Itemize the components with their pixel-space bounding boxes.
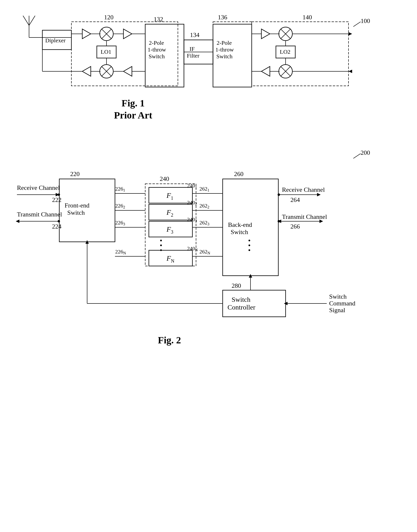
svg-text:140: 140 [302, 14, 312, 21]
svg-text:Transmit Channel: Transmit Channel [17, 211, 62, 218]
svg-text:Prior Art: Prior Art [114, 110, 153, 121]
svg-text:2262: 2262 [115, 203, 125, 209]
svg-text:132: 132 [154, 16, 163, 23]
svg-marker-13 [82, 29, 91, 39]
svg-text:Switch: Switch [67, 209, 85, 216]
svg-marker-32 [124, 67, 132, 76]
svg-marker-67 [348, 32, 352, 36]
svg-text:2263: 2263 [115, 220, 125, 226]
svg-text:Front-end: Front-end [65, 202, 90, 209]
svg-text:F: F [166, 225, 171, 233]
svg-text:1-throw: 1-throw [215, 46, 234, 53]
svg-text:3: 3 [171, 229, 173, 235]
svg-marker-19 [124, 29, 132, 39]
svg-text:Receive Channel: Receive Channel [17, 184, 60, 191]
svg-text:1: 1 [171, 195, 173, 201]
svg-point-91 [58, 193, 60, 196]
svg-text:262N: 262N [199, 249, 210, 255]
svg-point-96 [58, 220, 60, 222]
svg-text:220: 220 [70, 171, 80, 178]
svg-text:240N: 240N [187, 245, 198, 252]
svg-marker-143 [317, 193, 321, 196]
svg-point-149 [278, 220, 280, 222]
svg-text:F: F [166, 191, 171, 199]
svg-text:224: 224 [52, 223, 62, 230]
svg-text:222: 222 [52, 196, 62, 203]
diagram-svg: 100 Diplexer 120 LO1 [0, 0, 417, 532]
svg-text:134: 134 [190, 31, 199, 39]
svg-point-144 [278, 193, 280, 196]
svg-line-3 [23, 16, 29, 25]
svg-text:2402: 2402 [187, 200, 197, 206]
svg-text:1-throw: 1-throw [148, 46, 166, 53]
svg-rect-58 [252, 22, 348, 86]
svg-text:Signal: Signal [329, 307, 345, 314]
svg-text:226N: 226N [115, 249, 126, 255]
svg-text:Receive Channel: Receive Channel [282, 186, 325, 193]
svg-line-86 [353, 154, 361, 158]
svg-text:F: F [166, 254, 171, 262]
svg-text:264: 264 [291, 196, 300, 203]
svg-text:Switch: Switch [231, 229, 248, 236]
svg-text:280: 280 [232, 282, 241, 289]
svg-text:100: 100 [361, 17, 370, 24]
svg-text:266: 266 [291, 223, 300, 230]
svg-text:Switch: Switch [216, 53, 233, 60]
svg-text:Switch: Switch [232, 296, 250, 303]
svg-text:2-Pole: 2-Pole [149, 40, 164, 46]
svg-text:2: 2 [171, 212, 173, 218]
page: 100 Diplexer 120 LO1 [0, 0, 417, 532]
svg-text:Switch: Switch [149, 53, 165, 60]
svg-text:Fig. 2: Fig. 2 [158, 335, 181, 346]
svg-text:2401: 2401 [187, 182, 197, 189]
svg-text:Switch: Switch [329, 293, 347, 300]
svg-marker-61 [261, 29, 270, 39]
svg-text:Back-end: Back-end [228, 221, 252, 228]
svg-text:Diplexer: Diplexer [45, 37, 66, 43]
svg-text:F: F [166, 208, 171, 216]
svg-text:2261: 2261 [115, 186, 125, 192]
svg-line-1 [353, 22, 361, 27]
svg-text:Transmit Channel: Transmit Channel [282, 213, 327, 220]
svg-text:2403: 2403 [187, 216, 197, 223]
svg-marker-72 [261, 67, 270, 76]
svg-text:2621: 2621 [199, 186, 209, 192]
svg-line-5 [29, 16, 35, 25]
svg-text:2-Pole: 2-Pole [217, 40, 232, 46]
svg-text:Command: Command [329, 300, 355, 307]
svg-text:260: 260 [234, 171, 243, 178]
svg-text:120: 120 [104, 14, 114, 21]
svg-text:200: 200 [361, 149, 370, 156]
svg-text:LO1: LO1 [101, 49, 111, 55]
svg-text:IF: IF [189, 46, 195, 52]
svg-text:2622: 2622 [199, 203, 209, 209]
svg-text:Fig. 1: Fig. 1 [122, 98, 145, 109]
svg-text:Controller: Controller [228, 303, 256, 311]
svg-text:240: 240 [160, 175, 169, 182]
svg-text:LO2: LO2 [280, 49, 291, 55]
svg-marker-94 [16, 220, 19, 223]
svg-text:136: 136 [218, 14, 227, 21]
svg-text:•: • [248, 246, 251, 254]
svg-text:Filter: Filter [187, 52, 199, 59]
svg-text:N: N [171, 258, 174, 264]
svg-text:2623: 2623 [199, 220, 209, 226]
svg-marker-25 [82, 67, 91, 76]
